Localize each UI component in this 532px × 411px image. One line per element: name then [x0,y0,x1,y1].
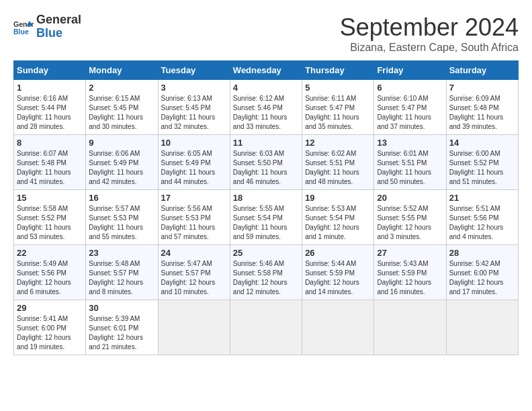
calendar-cell: 10Sunrise: 6:05 AM Sunset: 5:49 PM Dayli… [158,135,230,190]
day-info: Sunrise: 5:53 AM Sunset: 5:54 PM Dayligh… [305,204,371,242]
col-wednesday: Wednesday [230,61,302,80]
calendar-cell: 22Sunrise: 5:49 AM Sunset: 5:56 PM Dayli… [14,245,86,300]
day-number: 21 [449,193,515,203]
day-number: 8 [17,138,83,148]
day-info: Sunrise: 6:11 AM Sunset: 5:47 PM Dayligh… [305,94,371,132]
day-number: 3 [161,83,227,93]
day-number: 30 [89,303,154,313]
col-tuesday: Tuesday [158,61,230,80]
day-info: Sunrise: 6:03 AM Sunset: 5:50 PM Dayligh… [233,149,299,187]
day-number: 18 [233,193,299,203]
calendar-cell: 29Sunrise: 5:41 AM Sunset: 6:00 PM Dayli… [14,300,86,355]
calendar-cell [230,300,302,355]
day-number: 7 [449,83,515,93]
col-saturday: Saturday [446,61,518,80]
calendar-cell: 23Sunrise: 5:48 AM Sunset: 5:57 PM Dayli… [86,245,158,300]
day-info: Sunrise: 5:48 AM Sunset: 5:57 PM Dayligh… [89,259,154,297]
day-info: Sunrise: 5:51 AM Sunset: 5:56 PM Dayligh… [449,204,515,242]
day-info: Sunrise: 5:49 AM Sunset: 5:56 PM Dayligh… [17,259,83,297]
col-sunday: Sunday [14,61,86,80]
day-info: Sunrise: 5:58 AM Sunset: 5:52 PM Dayligh… [17,204,83,242]
day-info: Sunrise: 6:12 AM Sunset: 5:46 PM Dayligh… [233,94,299,132]
table-row: 8Sunrise: 6:07 AM Sunset: 5:48 PM Daylig… [14,135,519,190]
location-title: Bizana, Eastern Cape, South Africa [340,42,519,54]
day-info: Sunrise: 6:02 AM Sunset: 5:51 PM Dayligh… [305,149,371,187]
calendar-cell: 27Sunrise: 5:43 AM Sunset: 5:59 PM Dayli… [374,245,446,300]
day-info: Sunrise: 5:42 AM Sunset: 6:00 PM Dayligh… [449,259,515,297]
table-row: 22Sunrise: 5:49 AM Sunset: 5:56 PM Dayli… [14,245,519,300]
calendar-cell: 20Sunrise: 5:52 AM Sunset: 5:55 PM Dayli… [374,190,446,245]
title-area: September 2024 Bizana, Eastern Cape, Sou… [340,13,519,54]
calendar-cell: 3Sunrise: 6:13 AM Sunset: 5:45 PM Daylig… [158,80,230,135]
header: General Blue General Blue September 2024… [13,13,519,54]
day-number: 15 [17,193,83,203]
day-number: 5 [305,83,371,93]
day-number: 29 [17,303,83,313]
day-info: Sunrise: 5:56 AM Sunset: 5:53 PM Dayligh… [161,204,227,242]
day-number: 27 [377,248,443,258]
calendar-cell [158,300,230,355]
calendar-cell: 2Sunrise: 6:15 AM Sunset: 5:45 PM Daylig… [86,80,158,135]
day-number: 24 [161,248,227,258]
calendar-cell: 17Sunrise: 5:56 AM Sunset: 5:53 PM Dayli… [158,190,230,245]
day-info: Sunrise: 5:43 AM Sunset: 5:59 PM Dayligh… [377,259,443,297]
calendar-cell: 30Sunrise: 5:39 AM Sunset: 6:01 PM Dayli… [86,300,158,355]
day-info: Sunrise: 5:52 AM Sunset: 5:55 PM Dayligh… [377,204,443,242]
day-info: Sunrise: 6:06 AM Sunset: 5:49 PM Dayligh… [89,149,154,187]
calendar-cell: 4Sunrise: 6:12 AM Sunset: 5:46 PM Daylig… [230,80,302,135]
day-number: 22 [17,248,83,258]
day-info: Sunrise: 6:13 AM Sunset: 5:45 PM Dayligh… [161,94,227,132]
logo: General Blue General Blue [13,13,81,40]
day-number: 4 [233,83,299,93]
calendar-cell: 7Sunrise: 6:09 AM Sunset: 5:48 PM Daylig… [446,80,518,135]
calendar-cell [374,300,446,355]
calendar-cell: 26Sunrise: 5:44 AM Sunset: 5:59 PM Dayli… [302,245,374,300]
day-number: 19 [305,193,371,203]
day-info: Sunrise: 6:16 AM Sunset: 5:44 PM Dayligh… [17,94,83,132]
calendar-cell: 13Sunrise: 6:01 AM Sunset: 5:51 PM Dayli… [374,135,446,190]
calendar-cell [302,300,374,355]
calendar-cell: 5Sunrise: 6:11 AM Sunset: 5:47 PM Daylig… [302,80,374,135]
day-info: Sunrise: 5:44 AM Sunset: 5:59 PM Dayligh… [305,259,371,297]
calendar-cell: 21Sunrise: 5:51 AM Sunset: 5:56 PM Dayli… [446,190,518,245]
day-number: 9 [89,138,154,148]
col-friday: Friday [374,61,446,80]
calendar-cell: 25Sunrise: 5:46 AM Sunset: 5:58 PM Dayli… [230,245,302,300]
header-row: Sunday Monday Tuesday Wednesday Thursday… [14,61,519,80]
col-monday: Monday [86,61,158,80]
day-info: Sunrise: 6:00 AM Sunset: 5:52 PM Dayligh… [449,149,515,187]
logo-blue: Blue [36,27,81,40]
table-row: 15Sunrise: 5:58 AM Sunset: 5:52 PM Dayli… [14,190,519,245]
calendar-cell: 24Sunrise: 5:47 AM Sunset: 5:57 PM Dayli… [158,245,230,300]
day-info: Sunrise: 6:15 AM Sunset: 5:45 PM Dayligh… [89,94,154,132]
calendar-cell: 19Sunrise: 5:53 AM Sunset: 5:54 PM Dayli… [302,190,374,245]
calendar-cell: 1Sunrise: 6:16 AM Sunset: 5:44 PM Daylig… [14,80,86,135]
day-number: 14 [449,138,515,148]
table-row: 29Sunrise: 5:41 AM Sunset: 6:00 PM Dayli… [14,300,519,355]
day-number: 11 [233,138,299,148]
table-row: 1Sunrise: 6:16 AM Sunset: 5:44 PM Daylig… [14,80,519,135]
day-info: Sunrise: 6:01 AM Sunset: 5:51 PM Dayligh… [377,149,443,187]
day-number: 16 [89,193,154,203]
day-info: Sunrise: 6:07 AM Sunset: 5:48 PM Dayligh… [17,149,83,187]
calendar-cell: 28Sunrise: 5:42 AM Sunset: 6:00 PM Dayli… [446,245,518,300]
calendar-cell: 15Sunrise: 5:58 AM Sunset: 5:52 PM Dayli… [14,190,86,245]
day-info: Sunrise: 5:39 AM Sunset: 6:01 PM Dayligh… [89,314,154,352]
day-info: Sunrise: 6:09 AM Sunset: 5:48 PM Dayligh… [449,94,515,132]
day-number: 28 [449,248,515,258]
calendar-cell: 9Sunrise: 6:06 AM Sunset: 5:49 PM Daylig… [86,135,158,190]
logo-icon: General Blue [13,17,34,37]
calendar-table: Sunday Monday Tuesday Wednesday Thursday… [13,60,519,355]
day-number: 12 [305,138,371,148]
day-number: 6 [377,83,443,93]
day-number: 20 [377,193,443,203]
day-info: Sunrise: 6:10 AM Sunset: 5:47 PM Dayligh… [377,94,443,132]
svg-text:Blue: Blue [13,27,29,35]
col-thursday: Thursday [302,61,374,80]
day-number: 23 [89,248,154,258]
calendar-cell: 14Sunrise: 6:00 AM Sunset: 5:52 PM Dayli… [446,135,518,190]
day-number: 2 [89,83,154,93]
day-info: Sunrise: 5:47 AM Sunset: 5:57 PM Dayligh… [161,259,227,297]
day-info: Sunrise: 5:57 AM Sunset: 5:53 PM Dayligh… [89,204,154,242]
day-info: Sunrise: 5:55 AM Sunset: 5:54 PM Dayligh… [233,204,299,242]
